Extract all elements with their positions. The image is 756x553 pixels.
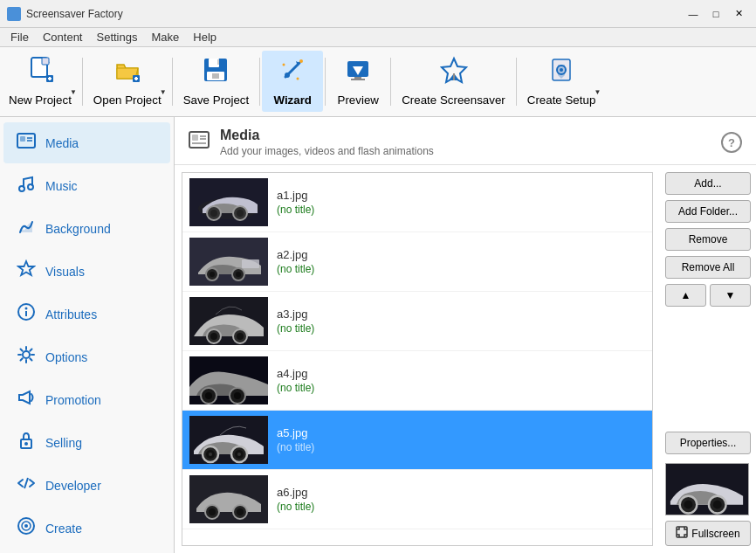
minimize-button[interactable]: —	[683, 5, 704, 23]
new-project-button[interactable]: New Project ▼	[0, 51, 80, 112]
wizard-button[interactable]: Wizard	[262, 51, 323, 112]
remove-all-button[interactable]: Remove All	[665, 256, 751, 279]
svg-point-61	[210, 333, 217, 340]
svg-rect-1	[42, 58, 49, 65]
content-header-icon	[189, 129, 210, 156]
sidebar: Media Music Background	[0, 117, 175, 553]
create-setup-icon	[547, 56, 575, 90]
properties-button[interactable]: Properties...	[665, 432, 751, 454]
list-item[interactable]: a5.jpg (no title)	[182, 411, 652, 470]
media-subtitle: (no title)	[277, 441, 645, 453]
svg-point-72	[209, 453, 212, 456]
media-filename: a4.jpg	[277, 367, 645, 380]
add-button[interactable]: Add...	[665, 172, 751, 195]
media-info: a6.jpg (no title)	[277, 486, 645, 513]
close-button[interactable]: ✕	[728, 5, 749, 23]
svg-point-52	[237, 210, 244, 217]
wizard-label: Wizard	[273, 93, 312, 107]
help-button[interactable]: ?	[721, 132, 742, 153]
svg-point-66	[205, 392, 212, 399]
fullscreen-icon	[676, 526, 688, 541]
list-item[interactable]: a2.jpg (no title)	[182, 232, 652, 292]
toolbar: New Project ▼ Open Project ▼	[0, 47, 756, 117]
open-project-button[interactable]: Open Project ▼	[85, 51, 170, 112]
attributes-icon	[16, 302, 37, 326]
content-header-title: Media	[220, 128, 434, 143]
media-info: a4.jpg (no title)	[277, 367, 645, 394]
sidebar-item-background[interactable]: Background	[3, 208, 170, 249]
remove-button[interactable]: Remove	[665, 228, 751, 251]
sidebar-item-promotion[interactable]: Promotion	[3, 379, 170, 420]
content-body: a1.jpg (no title)	[175, 165, 756, 553]
titlebar-title: Screensaver Factory	[26, 8, 683, 20]
svg-point-17	[297, 78, 299, 80]
menu-file[interactable]: File	[3, 29, 36, 45]
media-thumbnail	[189, 238, 268, 286]
toolbar-sep-6	[516, 58, 517, 106]
svg-point-78	[209, 508, 216, 515]
sidebar-item-media[interactable]: Media	[3, 122, 170, 163]
sidebar-item-music[interactable]: Music	[3, 165, 170, 206]
create-setup-arrow: ▼	[594, 88, 601, 96]
sidebar-label-visuals: Visuals	[45, 265, 85, 279]
sidebar-item-attributes[interactable]: Attributes	[3, 294, 170, 335]
add-folder-button[interactable]: Add Folder...	[665, 200, 751, 223]
svg-point-75	[237, 453, 241, 456]
save-project-label: Save Project	[183, 93, 250, 107]
move-up-button[interactable]: ▲	[665, 284, 706, 307]
content-header: Media Add your images, videos and flash …	[175, 117, 756, 165]
sidebar-item-selling[interactable]: Selling	[3, 422, 170, 463]
visuals-icon	[16, 259, 37, 283]
preview-button[interactable]: Preview	[327, 51, 388, 112]
svg-point-83	[684, 501, 693, 509]
sidebar-label-promotion: Promotion	[45, 393, 101, 407]
save-project-button[interactable]: Save Project	[175, 51, 258, 112]
menu-help[interactable]: Help	[186, 29, 223, 45]
wizard-icon	[278, 56, 306, 90]
svg-point-35	[23, 351, 30, 358]
svg-rect-12	[212, 73, 219, 79]
list-item[interactable]: a3.jpg (no title)	[182, 292, 652, 351]
sidebar-label-create: Create	[45, 522, 82, 536]
preview-thumbnail	[665, 463, 749, 515]
media-filename: a5.jpg	[277, 426, 645, 439]
media-subtitle: (no title)	[277, 501, 645, 513]
sidebar-item-create[interactable]: Create	[3, 508, 170, 549]
list-item[interactable]: a1.jpg (no title)	[182, 173, 652, 232]
sidebar-item-options[interactable]: Options	[3, 336, 170, 377]
move-down-button[interactable]: ▼	[710, 284, 751, 307]
sidebar-item-visuals[interactable]: Visuals	[3, 251, 170, 292]
media-filename: a3.jpg	[277, 308, 645, 321]
background-icon	[16, 217, 37, 240]
sidebar-item-developer[interactable]: Developer	[3, 465, 170, 506]
fullscreen-button[interactable]: Fullscreen	[665, 521, 751, 546]
svg-point-15	[299, 59, 303, 63]
media-thumbnail	[189, 416, 268, 464]
media-filename: a2.jpg	[277, 248, 645, 261]
fullscreen-label: Fullscreen	[691, 528, 739, 540]
media-filename: a1.jpg	[277, 189, 645, 202]
svg-point-24	[560, 68, 563, 72]
media-thumbnail	[189, 356, 268, 404]
maximize-button[interactable]: □	[705, 5, 726, 23]
list-item[interactable]: a4.jpg (no title)	[182, 351, 652, 411]
create-setup-button[interactable]: Create Setup ▼	[519, 51, 605, 112]
menu-settings[interactable]: Settings	[90, 29, 145, 45]
toolbar-sep-3	[259, 58, 260, 106]
list-item[interactable]: a6.jpg (no title)	[182, 470, 652, 529]
create-screensaver-button[interactable]: Create Screensaver	[393, 51, 514, 112]
create-screensaver-label: Create Screensaver	[402, 93, 505, 107]
sidebar-label-media: Media	[45, 136, 79, 150]
svg-point-14	[285, 73, 290, 78]
menu-content[interactable]: Content	[36, 29, 90, 45]
media-thumbnail	[189, 475, 268, 523]
open-project-arrow: ▼	[160, 88, 167, 96]
create-screensaver-icon	[440, 56, 468, 90]
menu-make[interactable]: Make	[144, 29, 186, 45]
media-list[interactable]: a1.jpg (no title)	[182, 173, 652, 545]
svg-point-37	[24, 442, 28, 446]
preview-icon	[344, 56, 372, 90]
media-thumbnail	[189, 297, 268, 345]
media-thumbnail	[189, 178, 268, 226]
toolbar-sep-4	[325, 58, 326, 106]
